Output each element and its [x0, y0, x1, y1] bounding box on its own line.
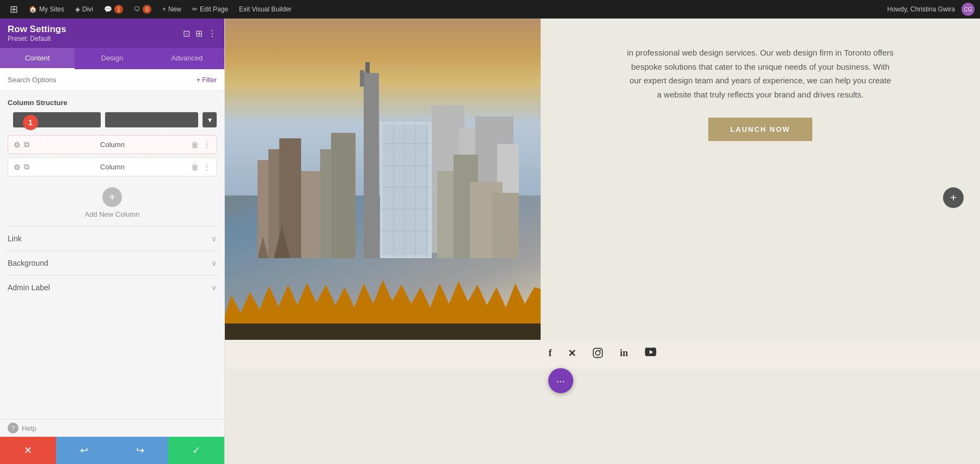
edit-page-menu[interactable]: ✏ Edit Page [188, 0, 232, 19]
launch-now-button[interactable]: LAUNCH NOW [708, 118, 812, 141]
edit-icon: ✏ [192, 5, 198, 13]
column-1-more-button[interactable]: ⋮ [203, 141, 211, 149]
svg-point-31 [596, 351, 600, 355]
column-row-2: ⚙ ⧉ Column 🗑 ⋮ [8, 157, 217, 176]
floating-options-button[interactable]: ··· [548, 368, 573, 393]
redo-button[interactable]: ↪ [112, 437, 168, 464]
wordpress-icon: ⊞ [10, 3, 18, 15]
column-2-settings-icon[interactable]: ⚙ [14, 163, 21, 172]
howdy-greeting[interactable]: Howdy, Christina Gwira [883, 5, 959, 13]
builder-text-column: in professional web design services. Our… [541, 19, 980, 340]
admin-bar: ⊞ 🏠 My Sites ◈ Divi 💬 1 🗨 0 + New ✏ Edit… [0, 0, 980, 19]
layout-icon[interactable]: ⊞ [195, 28, 203, 39]
tab-content[interactable]: Content [0, 48, 75, 69]
right-content-block: in professional web design services. Our… [605, 35, 916, 152]
home-icon: 🏠 [29, 5, 37, 13]
linkedin-icon[interactable]: in [620, 347, 628, 361]
facebook-icon[interactable]: f [548, 347, 552, 361]
add-column-label: Add New Column [84, 210, 139, 218]
panel-title: Row Settings [8, 24, 66, 35]
column-1-delete-button[interactable]: 🗑 [191, 141, 199, 149]
svg-rect-14 [383, 125, 429, 255]
panel-preset[interactable]: Preset: Default [8, 35, 66, 42]
builder-row: in professional web design services. Our… [225, 19, 980, 340]
help-label: Help [22, 424, 36, 432]
edit-page-label: Edit Page [200, 5, 228, 13]
svg-rect-6 [365, 62, 370, 73]
admin-label-label: Admin Label [8, 283, 50, 292]
column-structure-title: Column Structure [8, 99, 217, 107]
add-column-icon: + [102, 187, 122, 207]
add-section-button[interactable]: + [943, 187, 964, 208]
admin-bar-right: Howdy, Christina Gwira CG [883, 3, 975, 16]
column-2-delete-button[interactable]: 🗑 [191, 163, 199, 172]
panel-tabs: Content Design Advanced [0, 48, 224, 69]
column-structure: 1 ▾ [8, 112, 217, 127]
step-badge: 1 [23, 115, 38, 130]
add-new-column[interactable]: + Add New Column [8, 180, 217, 226]
redo-icon: ↪ [136, 444, 144, 456]
help-button[interactable]: ? Help [0, 419, 224, 437]
maximize-icon[interactable]: ⊡ [183, 28, 190, 39]
background-label: Background [8, 259, 48, 267]
cancel-icon: ✕ [24, 444, 32, 456]
admin-label-section: Admin Label ∨ [8, 275, 217, 300]
column-2-label: Column [34, 163, 191, 171]
content-text: in professional web design services. Our… [627, 46, 894, 101]
link-accordion-header[interactable]: Link ∨ [8, 234, 217, 243]
exit-visual-builder[interactable]: Exit Visual Builder [235, 0, 296, 19]
background-section: Background ∨ [8, 251, 217, 275]
divi-icon: ◈ [75, 5, 80, 13]
tab-design[interactable]: Design [75, 48, 149, 69]
city-image [225, 19, 541, 340]
tab-advanced[interactable]: Advanced [150, 48, 224, 69]
column-row-1: ⚙ ⧉ Column 🗑 ⋮ [8, 135, 217, 154]
column-2-more-button[interactable]: ⋮ [203, 163, 211, 172]
svg-point-32 [600, 350, 602, 351]
column-2-actions: 🗑 ⋮ [191, 163, 211, 172]
column-structure-wrapper: 1 ▾ [8, 112, 217, 127]
new-label: New [168, 5, 181, 13]
column-arrow-button[interactable]: ▾ [203, 112, 217, 127]
save-button[interactable]: ✓ [168, 437, 224, 464]
new-menu[interactable]: + New [158, 0, 186, 19]
my-sites-label: My Sites [39, 5, 64, 13]
undo-button[interactable]: ↩ [56, 437, 112, 464]
column-1-settings-icon[interactable]: ⚙ [14, 141, 21, 149]
comment-icon: 💬 [104, 5, 112, 13]
svg-rect-12 [331, 133, 356, 258]
background-accordion-header[interactable]: Background ∨ [8, 259, 217, 267]
divi-menu[interactable]: ◈ Divi [71, 0, 97, 19]
column-2-icons: ⚙ ⧉ [14, 162, 29, 172]
column-1-duplicate-icon[interactable]: ⧉ [24, 140, 29, 149]
youtube-icon[interactable] [645, 347, 657, 361]
panel-title-group: Row Settings Preset: Default [8, 24, 66, 42]
more-icon[interactable]: ⋮ [208, 28, 217, 39]
admin-label-chevron-icon: ∨ [211, 283, 217, 292]
panel-footer: ✕ ↩ ↪ ✓ [0, 437, 224, 464]
svg-rect-5 [360, 70, 364, 87]
wp-logo[interactable]: ⊞ [5, 0, 22, 19]
messages-menu[interactable]: 🗨 0 [130, 0, 156, 19]
panel-search-bar: + Filter [0, 69, 224, 91]
messages-badge: 0 [143, 5, 151, 14]
comments-menu[interactable]: 💬 1 [100, 0, 127, 19]
svg-rect-4 [364, 73, 379, 258]
column-2-duplicate-icon[interactable]: ⧉ [24, 162, 29, 172]
twitter-icon[interactable]: ✕ [568, 347, 576, 361]
column-preset-2[interactable] [105, 112, 198, 127]
divi-label: Divi [82, 5, 93, 13]
instagram-icon[interactable] [592, 347, 603, 361]
admin-label-accordion-header[interactable]: Admin Label ∨ [8, 283, 217, 292]
undo-icon: ↩ [80, 444, 88, 456]
column-1-icons: ⚙ ⧉ [14, 140, 29, 149]
cancel-button[interactable]: ✕ [0, 437, 56, 464]
my-sites-menu[interactable]: 🏠 My Sites [24, 0, 69, 19]
search-input[interactable] [8, 76, 192, 84]
skyline-svg [225, 62, 541, 291]
filter-button[interactable]: + Filter [197, 76, 217, 84]
message-icon: 🗨 [134, 5, 140, 13]
column-1-actions: 🗑 ⋮ [191, 141, 211, 149]
comments-badge: 1 [114, 5, 123, 14]
user-avatar[interactable]: CG [961, 3, 975, 16]
